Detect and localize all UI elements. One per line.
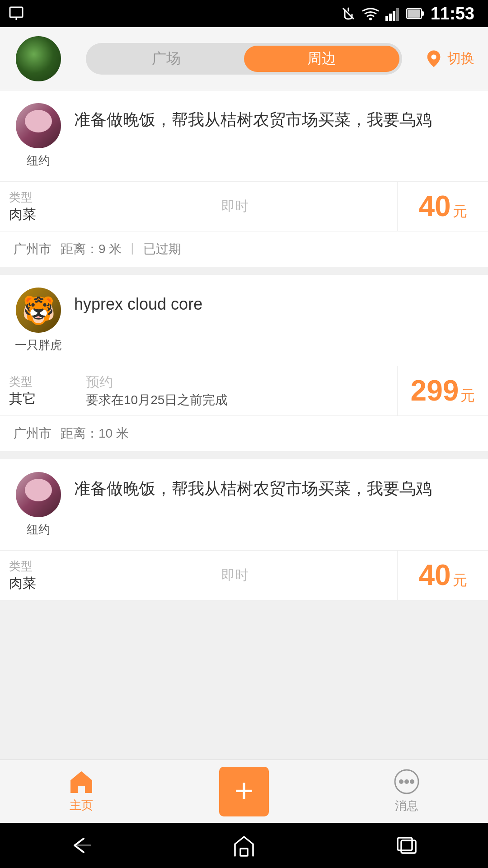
- back-button[interactable]: [63, 832, 99, 859]
- status-bar: 11:53: [0, 0, 488, 27]
- price-cell: 40 元: [398, 551, 488, 600]
- tab-guangchang[interactable]: 广场: [89, 46, 244, 72]
- task-card-header: 纽约 准备做晚饭，帮我从桔树农贸市场买菜，我要乌鸡: [0, 90, 488, 182]
- task-distance: 距离：10 米: [61, 425, 129, 442]
- type-label: 类型: [9, 374, 63, 390]
- user-avatar-wrap: 纽约: [14, 103, 63, 169]
- svg-point-11: [431, 54, 436, 59]
- svg-point-14: [404, 779, 409, 784]
- task-card[interactable]: 纽约 准备做晚饭，帮我从桔树农贸市场买菜，我要乌鸡 类型 肉菜 即时 40 元: [0, 459, 488, 600]
- type-cell: 类型 肉菜: [0, 551, 72, 600]
- time-cell: 即时: [72, 182, 398, 231]
- time-cell: 即时: [72, 551, 398, 600]
- task-card[interactable]: 一只胖虎 hyprex cloud core 类型 其它 预约 要求在10月25…: [0, 275, 488, 451]
- status-icons: 11:53: [341, 4, 474, 24]
- task-distance: 距离：9 米: [61, 241, 122, 258]
- user-avatar: [16, 103, 61, 148]
- nav-home-label: 主页: [70, 797, 93, 813]
- system-nav-bar: [0, 823, 488, 868]
- type-label: 类型: [9, 189, 63, 205]
- time-type: 预约: [86, 373, 113, 392]
- svg-rect-18: [398, 838, 412, 850]
- svg-rect-5: [389, 14, 392, 21]
- svg-rect-7: [396, 8, 399, 21]
- time-value: 即时: [221, 566, 249, 585]
- svg-rect-0: [10, 7, 23, 17]
- type-value: 肉菜: [9, 574, 63, 593]
- svg-rect-16: [240, 849, 248, 856]
- task-title: 准备做晚饭，帮我从桔树农贸市场买菜，我要乌鸡: [74, 472, 474, 501]
- price-cell: 299 元: [398, 366, 488, 415]
- task-card[interactable]: 纽约 准备做晚饭，帮我从桔树农贸市场买菜，我要乌鸡 类型 肉菜 即时 40 元 …: [0, 90, 488, 267]
- task-card-header: 纽约 准备做晚饭，帮我从桔树农贸市场买菜，我要乌鸡: [0, 459, 488, 551]
- header-avatar[interactable]: [14, 36, 63, 81]
- tab-switcher: 广场 周边: [86, 43, 402, 75]
- user-avatar: [16, 472, 61, 517]
- task-footer: 广州市 距离：10 米: [0, 416, 488, 451]
- price-unit: 元: [453, 571, 467, 590]
- footer-divider: |: [131, 241, 134, 258]
- user-name: 纽约: [27, 153, 50, 169]
- location-switch[interactable]: 切换: [425, 49, 474, 68]
- svg-rect-17: [401, 840, 416, 853]
- app-header: 广场 周边 切换: [0, 27, 488, 90]
- svg-point-15: [410, 779, 414, 784]
- type-cell: 类型 肉菜: [0, 182, 72, 231]
- task-title: 准备做晚饭，帮我从桔树农贸市场买菜，我要乌鸡: [74, 103, 474, 132]
- user-name: 一只胖虎: [15, 337, 62, 353]
- task-details: 类型 肉菜 即时 40 元: [0, 551, 488, 600]
- task-location: 广州市: [14, 241, 52, 258]
- svg-rect-6: [393, 11, 395, 21]
- svg-rect-9: [408, 9, 420, 18]
- status-time: 11:53: [431, 4, 474, 24]
- svg-rect-4: [385, 16, 388, 21]
- time-detail: 要求在10月25日之前完成: [86, 392, 228, 409]
- nav-messages[interactable]: 消息: [325, 760, 488, 823]
- switch-label: 切换: [447, 49, 474, 68]
- type-cell: 类型 其它: [0, 366, 72, 415]
- add-icon: +: [235, 774, 253, 807]
- user-avatar: [16, 288, 61, 333]
- svg-point-3: [369, 18, 372, 20]
- type-value: 肉菜: [9, 205, 63, 224]
- bottom-nav: 主页 + 消息: [0, 760, 488, 823]
- time-value: 即时: [221, 197, 249, 216]
- task-details: 类型 其它 预约 要求在10月25日之前完成 299 元: [0, 366, 488, 416]
- nav-add: +: [163, 760, 325, 823]
- type-label: 类型: [9, 558, 63, 574]
- task-details: 类型 肉菜 即时 40 元: [0, 182, 488, 231]
- user-avatar-wrap: 一只胖虎: [14, 288, 63, 353]
- price-display: 299 元: [411, 376, 475, 406]
- home-button[interactable]: [226, 832, 262, 859]
- time-cell: 预约 要求在10月25日之前完成: [72, 366, 398, 415]
- price-display: 40 元: [418, 192, 467, 222]
- tab-zhoubian[interactable]: 周边: [244, 46, 399, 72]
- task-title: hyprex cloud core: [74, 288, 474, 316]
- price-amount: 299: [411, 376, 459, 405]
- nav-home[interactable]: 主页: [0, 760, 163, 823]
- task-footer: 广州市 距离：9 米 | 已过期: [0, 231, 488, 267]
- main-content: 纽约 准备做晚饭，帮我从桔树农贸市场买菜，我要乌鸡 类型 肉菜 即时 40 元 …: [0, 90, 488, 760]
- recents-button[interactable]: [389, 832, 425, 859]
- status-left-icon: [9, 5, 27, 25]
- svg-point-13: [399, 779, 404, 784]
- price-unit: 元: [453, 202, 467, 222]
- price-amount: 40: [418, 192, 450, 221]
- task-card-header: 一只胖虎 hyprex cloud core: [0, 275, 488, 366]
- task-location: 广州市: [14, 425, 52, 442]
- task-status: 已过期: [143, 241, 181, 258]
- nav-messages-label: 消息: [395, 798, 418, 814]
- price-unit: 元: [460, 386, 475, 406]
- type-value: 其它: [9, 390, 63, 408]
- price-amount: 40: [418, 561, 450, 590]
- add-button[interactable]: +: [219, 767, 269, 816]
- user-avatar-wrap: 纽约: [14, 472, 63, 538]
- price-cell: 40 元: [398, 182, 488, 231]
- user-name: 纽约: [27, 522, 50, 538]
- svg-rect-10: [422, 11, 424, 16]
- price-display: 40 元: [418, 561, 467, 590]
